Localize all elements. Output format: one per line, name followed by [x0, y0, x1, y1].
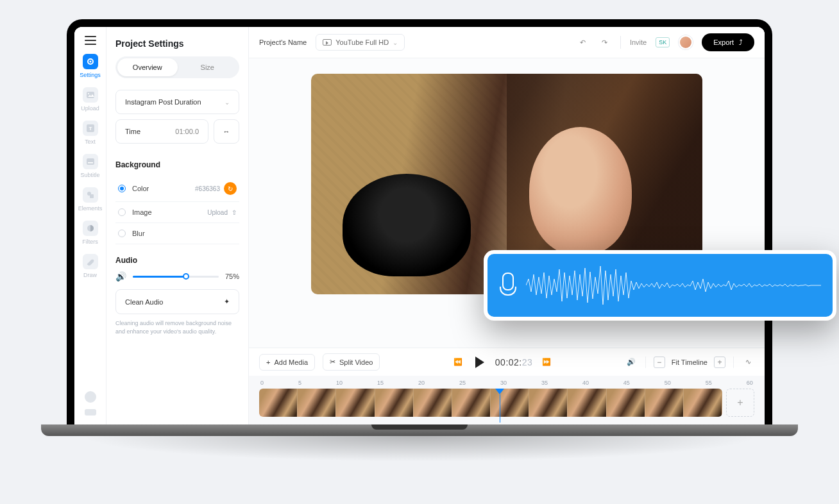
collaborator-badge[interactable]: SK [656, 37, 670, 47]
timeline-ruler: 0 5 10 15 20 25 30 35 40 45 50 55 60 [259, 380, 754, 389]
preset-label: YouTube Full HD [335, 38, 389, 46]
upload-icon [87, 92, 94, 98]
rail-label: Elements [78, 205, 103, 212]
play-button[interactable] [472, 355, 487, 370]
rail-item-subtitle[interactable]: Subtitle [80, 154, 99, 178]
export-button[interactable]: Export ⤴ [702, 33, 754, 51]
tab-size[interactable]: Size [178, 58, 238, 76]
rail-footer [85, 391, 96, 424]
player-controls: + Add Media ✂ Split Video ⏪ 00:02:23 ⏩ 🔊 [249, 348, 765, 376]
split-video-label: Split Video [339, 358, 373, 366]
topbar: Project's Name YouTube Full HD ⌄ ↶ ↷ Inv… [249, 27, 765, 58]
project-name[interactable]: Project's Name [259, 38, 307, 46]
rail-item-text[interactable]: T Text [83, 121, 98, 145]
rail-item-upload[interactable]: Upload [81, 87, 99, 112]
forward-button[interactable]: ⏩ [540, 356, 553, 369]
split-video-button[interactable]: ✂ Split Video [323, 353, 380, 371]
svg-rect-2 [87, 92, 94, 98]
svg-rect-6 [87, 158, 94, 165]
bg-image-label: Image [132, 208, 152, 216]
redo-button[interactable]: ↷ [598, 36, 611, 49]
export-icon: ⤴ [739, 38, 743, 46]
panel-title: Project Settings [115, 38, 239, 49]
bg-blur-radio[interactable]: Blur [115, 223, 239, 244]
elements-icon [87, 191, 94, 199]
settings-icon [87, 58, 94, 65]
background-header: Background [115, 160, 239, 169]
audio-header: Audio [115, 256, 239, 265]
resolution-preset-select[interactable]: YouTube Full HD ⌄ [316, 34, 405, 51]
rail-item-filters[interactable]: Filters [82, 221, 98, 245]
rail-label: Text [85, 139, 96, 145]
tab-overview[interactable]: Overview [117, 58, 178, 76]
bg-color-value: #636363 [195, 185, 220, 192]
duration-preset-label: Instagram Post Duration [125, 98, 201, 106]
zoom-out-button[interactable]: − [654, 357, 665, 368]
invite-button[interactable]: Invite [630, 38, 647, 46]
volume-value: 75% [225, 273, 239, 280]
waveform [526, 263, 821, 308]
svg-text:T: T [89, 126, 92, 131]
aspect-swap-button[interactable]: ↔ [214, 119, 239, 144]
chevron-down-icon: ⌄ [393, 39, 398, 46]
misc-icon[interactable] [85, 409, 96, 416]
zoom-in-button[interactable]: + [714, 357, 725, 368]
export-label: Export [713, 38, 734, 46]
text-icon: T [87, 124, 94, 132]
rail-label: Upload [81, 105, 99, 112]
clip-track[interactable] [259, 389, 722, 417]
rail-label: Draw [83, 272, 97, 278]
duration-preset-select[interactable]: Instagram Post Duration ⌄ [115, 90, 239, 114]
volume-slider[interactable] [133, 276, 219, 278]
swap-icon: ↔ [223, 128, 230, 135]
settings-panel: Project Settings Overview Size Instagram… [106, 27, 249, 424]
youtube-icon [323, 39, 332, 46]
clean-audio-button[interactable]: Clean Audio ✦ [115, 289, 239, 314]
bg-image-radio[interactable]: Image Upload ⇧ [115, 202, 239, 223]
rail-item-draw[interactable]: Draw [83, 254, 98, 278]
bg-color-radio[interactable]: Color #636363 ↻ [115, 176, 239, 202]
menu-icon[interactable] [85, 36, 96, 45]
svg-rect-7 [88, 162, 93, 164]
panel-tabs: Overview Size [115, 56, 239, 78]
rewind-button[interactable]: ⏪ [452, 356, 464, 369]
bg-color-label: Color [132, 185, 149, 192]
sidebar-rail: Settings Upload T Text Subtitle Elements [74, 27, 106, 424]
scissors-icon: ✂ [330, 358, 335, 366]
add-media-label: Add Media [274, 358, 308, 366]
rail-item-settings[interactable]: Settings [80, 54, 101, 78]
sparkle-icon: ✦ [224, 298, 230, 306]
time-field[interactable]: Time 01:00.0 [115, 119, 208, 144]
subtitle-icon [87, 158, 94, 165]
timeline: 0 5 10 15 20 25 30 35 40 45 50 55 60 [249, 376, 765, 424]
time-value: 01:00.0 [175, 128, 199, 135]
playhead[interactable] [500, 389, 504, 424]
time-label: Time [125, 128, 140, 135]
rail-item-elements[interactable]: Elements [78, 187, 103, 212]
timecode: 00:02:23 [495, 357, 533, 367]
bg-blur-label: Blur [132, 230, 145, 237]
color-swatch-button[interactable]: ↻ [224, 182, 237, 195]
svg-point-1 [89, 61, 91, 63]
audio-wave-overlay [484, 250, 836, 321]
clean-audio-hint: Cleaning audio will remove background no… [115, 319, 239, 335]
draw-icon [87, 258, 94, 265]
chevron-down-icon: ⌄ [225, 99, 230, 106]
rail-label: Filters [82, 239, 98, 245]
timeline-options-button[interactable]: ∿ [742, 356, 754, 369]
rail-label: Subtitle [80, 172, 99, 178]
rail-label: Settings [80, 72, 101, 78]
filters-icon [87, 224, 94, 232]
fit-timeline-button[interactable]: Fit Timeline [672, 358, 708, 366]
add-media-button[interactable]: + Add Media [259, 354, 315, 371]
microphone-icon [499, 273, 517, 298]
avatar[interactable] [679, 35, 693, 49]
upload-icon: ⇧ [232, 209, 237, 216]
svg-point-3 [88, 93, 89, 94]
add-clip-button[interactable]: + [726, 389, 754, 417]
help-icon[interactable] [85, 391, 96, 403]
clean-audio-label: Clean Audio [125, 298, 163, 306]
mute-button[interactable]: 🔊 [625, 356, 638, 369]
undo-button[interactable]: ↶ [577, 36, 589, 49]
volume-icon[interactable]: 🔊 [115, 271, 126, 281]
